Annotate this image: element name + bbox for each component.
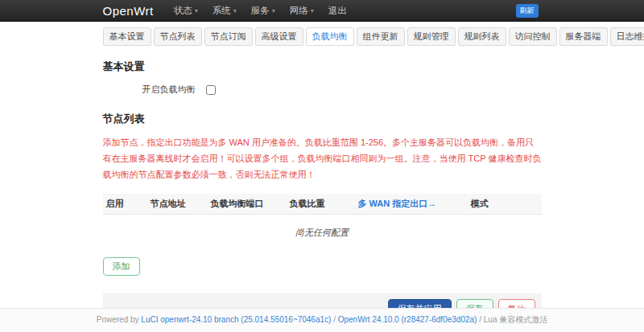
page-footer: Powered by LuCI openwrt-24.10 branch (25… [0,308,644,332]
node-table-header-row: 启用 节点地址 负载均衡端口 负载比重 多 WAN 指定出口→ 模式 [103,194,542,215]
tab-log-maintenance[interactable]: 日志维护 [610,27,644,46]
refresh-indicator-badge[interactable]: 刷新 [516,4,539,18]
tab-advanced-settings[interactable]: 高级设置 [255,27,303,46]
column-header-mode: 模式 [468,194,542,215]
tab-node-list[interactable]: 节点列表 [154,27,202,46]
openwrt-version-link[interactable]: OpenWrt 24.10.0 (r28427-6df0e3d02a) [338,315,477,324]
column-header-node-address: 节点地址 [147,194,208,215]
chevron-down-icon: ▾ [233,7,237,14]
empty-placeholder-text: 尚无任何配置 [103,215,542,255]
enable-load-balancing-checkbox[interactable] [206,85,216,95]
nav-item-system[interactable]: 系统 ▾ [205,0,244,21]
nav-item-label: 系统 [213,5,231,17]
nav-item-network[interactable]: 网络 ▾ [283,0,321,21]
nav-item-services[interactable]: 服务 ▾ [244,0,283,21]
nav-item-status[interactable]: 状态 ▾ [167,0,205,21]
openwrt-logo[interactable]: OpenWrt [103,4,154,18]
nav-item-logout[interactable]: 退出 [321,0,354,21]
node-list-heading: 节点列表 [103,112,542,126]
enable-load-balancing-row: 开启负载均衡 [103,84,542,96]
add-button[interactable]: 添加 [103,257,140,276]
footer-lua-mode-text: / Lua 兼容模式激活 [477,315,547,324]
node-table: 启用 节点地址 负载均衡端口 负载比重 多 WAN 指定出口→ 模式 尚无任何配… [103,194,542,254]
footer-powered-by-text: Powered by [97,315,142,324]
nav-item-label: 网络 [290,5,308,17]
nav-item-label: 服务 [251,5,270,17]
chevron-down-icon: ▾ [272,7,275,14]
node-list-warning-text: 添加节点，指定出口功能是为多 WAN 用户准备的。负载比重范围 1-256。多个… [103,135,542,182]
nav-item-label: 状态 [174,5,192,17]
tab-access-control[interactable]: 访问控制 [509,27,557,46]
tab-load-balancing[interactable]: 负载均衡 [306,27,354,46]
tab-basic-settings[interactable]: 基本设置 [103,27,151,46]
tab-rule-list[interactable]: 规则列表 [458,27,506,46]
top-navbar: OpenWrt 状态 ▾ 系统 ▾ 服务 ▾ 网络 ▾ 退出 刷新 [0,0,644,22]
tab-rule-management[interactable]: 规则管理 [407,27,456,46]
enable-load-balancing-label: 开启负载均衡 [103,84,196,96]
basic-settings-heading: 基本设置 [103,59,542,74]
tab-component-update[interactable]: 组件更新 [357,27,405,46]
column-header-lb-weight: 负载比重 [287,194,355,215]
chevron-down-icon: ▾ [195,7,198,14]
footer-separator: / [331,315,337,324]
tab-node-subscription[interactable]: 节点订阅 [204,27,253,46]
tab-bar: 基本设置 节点列表 节点订阅 高级设置 负载均衡 组件更新 规则管理 规则列表 … [103,27,542,46]
column-header-enable: 启用 [103,194,147,215]
column-header-lb-port: 负载均衡端口 [208,194,287,215]
luci-version-link[interactable]: LuCI openwrt-24.10 branch (25.014.55016~… [141,315,331,324]
column-header-multi-wan-link[interactable]: 多 WAN 指定出口→ [355,194,468,215]
nav-item-label: 退出 [328,5,347,17]
empty-row: 尚无任何配置 [103,215,542,255]
chevron-down-icon: ▾ [311,7,314,14]
tab-server-side[interactable]: 服务器端 [559,27,608,46]
